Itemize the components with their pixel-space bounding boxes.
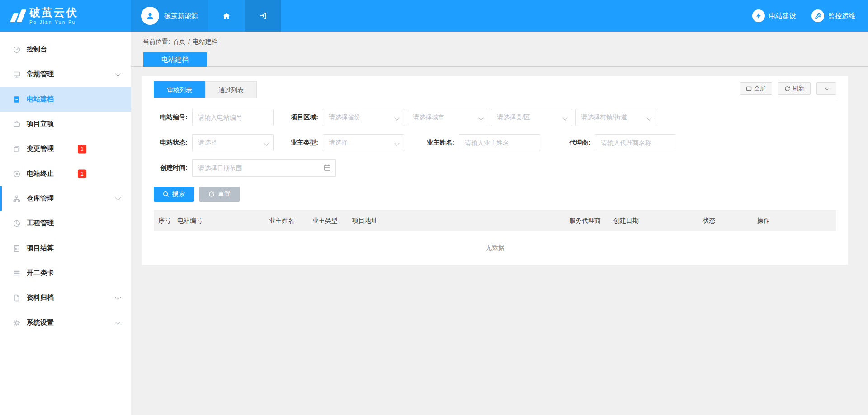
sidebar-item-label: 变更管理 — [27, 145, 54, 153]
tab-review-list[interactable]: 审核列表 — [154, 81, 205, 98]
sidebar-item-system-settings[interactable]: 系统设置 — [0, 310, 131, 335]
filter-row-3: 创建时间: — [154, 159, 836, 177]
list-card-icon — [13, 269, 21, 277]
sidebar-item-open-type2-card[interactable]: 开二类卡 — [0, 261, 131, 285]
chevron-down-icon — [394, 115, 399, 120]
sidebar-item-general-mgmt[interactable]: 常规管理 — [0, 62, 131, 87]
sidebar-item-label: 常规管理 — [27, 70, 54, 79]
logo-icon — [12, 9, 24, 22]
pie-chart-icon — [13, 219, 21, 228]
search-button[interactable]: 搜索 — [154, 187, 194, 202]
date-range-input[interactable] — [192, 159, 336, 177]
module-monitor-ops[interactable]: 监控运维 — [811, 9, 855, 22]
sidebar: 控制台 常规管理 电站建档 项目立项 变更管理 1 电站终止 1 — [0, 32, 131, 415]
chevron-down-icon — [115, 195, 121, 201]
card-toolbar: 全屏 刷新 — [740, 82, 836, 95]
calendar-icon — [324, 164, 331, 173]
town-select[interactable]: 请选择村镇/街道 — [575, 109, 656, 126]
calculator-icon — [13, 244, 21, 252]
notification-badge: 1 — [78, 169, 86, 178]
header-modules: 电站建设 监控运维 — [752, 0, 868, 32]
empty-row: 无数据 — [154, 231, 836, 265]
col-status: 状态 — [698, 210, 753, 231]
district-placeholder: 请选择县/区 — [497, 113, 530, 121]
sidebar-item-label: 控制台 — [27, 45, 47, 54]
sidebar-item-label: 系统设置 — [27, 318, 54, 327]
header-nav: 破茧新能源 — [131, 0, 281, 32]
sidebar-item-project-approval[interactable]: 项目立项 — [0, 112, 131, 136]
province-placeholder: 请选择省份 — [329, 113, 360, 121]
monitor-icon — [13, 70, 21, 79]
table-header-row: 序号 电站编号 业主姓名 业主类型 项目地址 服务代理商 创建日期 状态 操作 — [154, 210, 836, 231]
sidebar-item-station-terminate[interactable]: 电站终止 1 — [0, 161, 131, 186]
chevron-down-icon — [115, 319, 121, 325]
search-icon — [163, 191, 169, 197]
town-placeholder: 请选择村镇/街道 — [581, 113, 627, 121]
city-select[interactable]: 请选择城市 — [407, 109, 488, 126]
wrench-icon — [811, 9, 824, 22]
page-tab-station-archive[interactable]: 电站建档 — [143, 52, 207, 67]
notification-badge: 1 — [78, 145, 86, 153]
main-content: 当前位置: 首页 / 电站建档 电站建档 审核列表 通过列表 全屏 刷新 — [131, 32, 868, 415]
reset-button[interactable]: 重置 — [199, 187, 240, 202]
station-status-placeholder: 请选择 — [198, 139, 217, 147]
sidebar-item-station-archive[interactable]: 电站建档 — [0, 87, 131, 112]
province-select[interactable]: 请选择省份 — [323, 109, 404, 126]
avatar — [141, 7, 159, 25]
owner-type-select[interactable]: 请选择 — [323, 134, 404, 151]
sidebar-item-warehouse-mgmt[interactable]: 仓库管理 — [0, 186, 131, 211]
content-card: 审核列表 通过列表 全屏 刷新 电站编号: 项目区域: — [142, 76, 848, 265]
fullscreen-button[interactable]: 全屏 — [740, 82, 772, 95]
sidebar-item-change-mgmt[interactable]: 变更管理 1 — [0, 136, 131, 161]
reset-icon — [208, 191, 215, 197]
agent-label: 代理商: — [557, 139, 595, 147]
owner-type-label: 业主类型: — [284, 139, 323, 147]
station-status-label: 电站状态: — [154, 139, 192, 147]
station-no-input[interactable] — [192, 109, 274, 126]
agent-input[interactable] — [595, 134, 676, 151]
module-station-build[interactable]: 电站建设 — [752, 9, 796, 22]
station-status-select[interactable]: 请选择 — [192, 134, 274, 151]
sidebar-item-console[interactable]: 控制台 — [0, 37, 131, 62]
col-create-date: 创建日期 — [609, 210, 698, 231]
date-range-field — [192, 159, 336, 177]
sidebar-item-project-settlement[interactable]: 项目结算 — [0, 236, 131, 261]
app-header: 破茧云伏 Po Jian Yun Fu 破茧新能源 — [0, 0, 868, 32]
chevron-down-icon — [115, 294, 121, 300]
fullscreen-label: 全屏 — [754, 84, 766, 93]
chevron-down-icon — [478, 115, 483, 120]
login-arrow-icon — [259, 11, 268, 20]
region-label: 项目区域: — [284, 113, 323, 121]
home-button[interactable] — [208, 0, 245, 32]
reset-label: 重置 — [218, 190, 231, 198]
district-select[interactable]: 请选择县/区 — [491, 109, 572, 126]
breadcrumb-home[interactable]: 首页 — [173, 38, 185, 46]
col-station-no: 电站编号 — [173, 210, 264, 231]
sidebar-item-label: 电站建档 — [27, 95, 54, 103]
owner-name-label: 业主姓名: — [420, 139, 459, 147]
sidebar-item-label: 项目立项 — [27, 120, 54, 128]
sidebar-item-engineering-mgmt[interactable]: 工程管理 — [0, 211, 131, 236]
collapse-filters-button[interactable] — [816, 82, 836, 95]
station-no-label: 电站编号: — [154, 113, 192, 121]
chevron-down-icon — [825, 85, 830, 90]
logo-subtitle: Po Jian Yun Fu — [29, 20, 78, 25]
filter-form: 电站编号: 项目区域: 请选择省份 请选择城市 请选择县/区 请选择村镇/街道 — [154, 98, 836, 177]
document-icon — [13, 95, 21, 103]
sidebar-item-data-archive[interactable]: 资料归档 — [0, 285, 131, 310]
col-project-address: 项目地址 — [348, 210, 565, 231]
col-service-agent: 服务代理商 — [565, 210, 609, 231]
empty-state: 无数据 — [154, 231, 836, 265]
user-icon — [145, 11, 155, 21]
chevron-down-icon — [646, 115, 651, 120]
lightning-icon — [752, 9, 765, 22]
logout-button[interactable] — [245, 0, 281, 32]
refresh-button[interactable]: 刷新 — [778, 82, 811, 95]
chevron-down-icon — [264, 140, 269, 145]
tab-passed-list[interactable]: 通过列表 — [205, 81, 257, 98]
sidebar-item-label: 电站终止 — [27, 169, 54, 178]
file-icon — [13, 294, 21, 302]
user-menu[interactable]: 破茧新能源 — [131, 0, 208, 32]
owner-name-input[interactable] — [459, 134, 540, 151]
filter-actions: 搜索 重置 — [154, 187, 836, 202]
